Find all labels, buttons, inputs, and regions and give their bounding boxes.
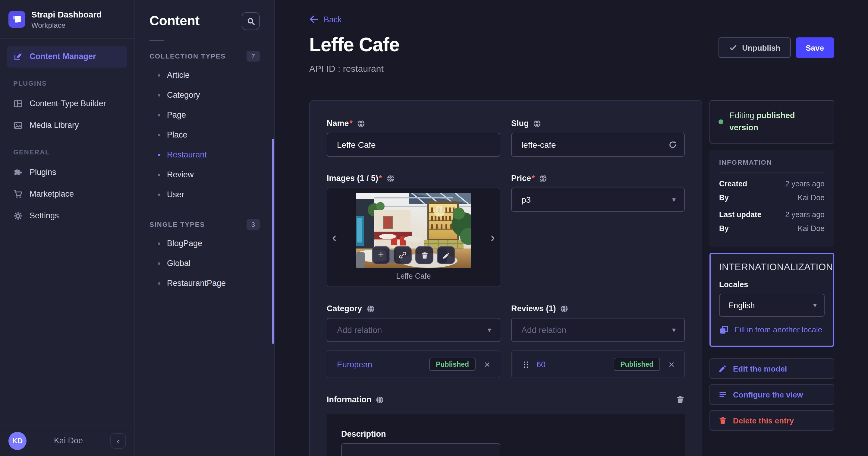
save-button[interactable]: Save xyxy=(795,37,834,58)
delete-entry-button[interactable]: Delete this entry xyxy=(710,410,834,431)
search-button[interactable] xyxy=(242,12,260,30)
locale-select[interactable]: English ▾ xyxy=(719,294,825,317)
main-content: Back Leffe Cafe Unpublish Save API ID : … xyxy=(275,0,868,456)
relation-link[interactable]: European xyxy=(337,360,423,369)
configure-view-button[interactable]: Configure the view xyxy=(710,384,834,405)
edit-model-label: Edit the model xyxy=(733,364,787,373)
regenerate-icon[interactable] xyxy=(668,140,678,150)
avatar[interactable]: KD xyxy=(8,432,27,450)
name-label: Name* xyxy=(327,119,500,128)
sidebar-item-label: RestaurantPage xyxy=(167,279,226,288)
workspace-subtitle: Workplace xyxy=(31,21,101,29)
bullet-icon xyxy=(158,173,160,176)
sidebar-item-restaurantpage[interactable]: RestaurantPage xyxy=(150,273,260,293)
collapse-nav-button[interactable]: ‹ xyxy=(110,433,126,449)
trash-icon xyxy=(421,251,428,259)
sub-nav-header: Content xyxy=(150,12,260,30)
delete-image-button[interactable] xyxy=(415,246,433,264)
sidebar-item-category[interactable]: Category xyxy=(150,85,260,105)
sidebar-item-review[interactable]: Review xyxy=(150,165,260,184)
images-carousel: ‹ › xyxy=(327,188,500,287)
globe-strikethrough-icon xyxy=(386,174,395,182)
main-nav: Strapi Dashboard Workplace Content Manag… xyxy=(0,0,135,456)
sub-nav-title: Content xyxy=(150,13,199,29)
drag-handle-icon[interactable] xyxy=(521,360,530,369)
images-field: Images (1 / 5)* ‹ › xyxy=(327,174,500,287)
sidebar-item-global[interactable]: Global xyxy=(150,253,260,273)
strapi-app: Strapi Dashboard Workplace Content Manag… xyxy=(0,0,868,456)
reviews-relation-item: 60 Published × xyxy=(511,350,685,378)
sidebar-item-place[interactable]: Place xyxy=(150,125,260,145)
information-component-body: Description xyxy=(327,414,685,456)
nav-item-media-library[interactable]: Media Library xyxy=(7,114,127,136)
sidebar-item-label: Restaurant xyxy=(167,150,207,159)
remove-relation-button[interactable]: × xyxy=(482,358,493,371)
price-select[interactable]: p3 ▾ xyxy=(511,188,685,212)
search-icon xyxy=(246,17,255,26)
sidebar-item-label: Review xyxy=(167,170,194,179)
strapi-logo-icon xyxy=(8,11,25,28)
fill-from-locale-row[interactable]: Fill in from another locale xyxy=(719,324,825,336)
sidebar-item-label: Place xyxy=(167,130,187,139)
cart-icon xyxy=(13,189,23,199)
carousel-next-icon[interactable]: › xyxy=(490,231,495,244)
globe-icon xyxy=(366,304,375,313)
nav-item-marketplace[interactable]: Marketplace xyxy=(7,183,127,205)
bullet-icon xyxy=(158,94,160,96)
category-relation-combobox[interactable]: Add relation ▾ xyxy=(327,318,500,342)
page-title: Leffe Cafe xyxy=(309,34,399,56)
delete-component-icon[interactable] xyxy=(676,395,685,404)
globe-icon xyxy=(560,304,569,313)
edit-status-text: Editing published version xyxy=(730,110,825,134)
back-label: Back xyxy=(324,15,342,24)
required-mark: * xyxy=(532,174,535,183)
reviews-relation-combobox[interactable]: Add relation ▾ xyxy=(511,318,685,342)
published-dot-icon xyxy=(718,119,723,124)
collection-types-header: COLLECTION TYPES 7 xyxy=(150,51,260,61)
list-icon xyxy=(718,390,727,399)
description-textarea[interactable] xyxy=(341,443,500,456)
content-sub-nav: Content COLLECTION TYPES 7 Article Categ… xyxy=(135,0,275,456)
collapse-chevron-icon: ‹ xyxy=(117,436,119,446)
category-label: Category xyxy=(327,304,500,313)
name-input[interactable] xyxy=(327,133,500,157)
nav-item-content-manager[interactable]: Content Manager xyxy=(7,46,127,67)
reviews-label: Reviews (1) xyxy=(511,304,685,313)
sidebar-item-page[interactable]: Page xyxy=(150,105,260,125)
workspace-brand[interactable]: Strapi Dashboard Workplace xyxy=(0,0,134,38)
sidebar-item-user[interactable]: User xyxy=(150,184,260,204)
unpublish-button[interactable]: Unpublish xyxy=(718,37,790,58)
nav-item-content-type-builder[interactable]: Content-Type Builder xyxy=(7,93,127,114)
information-panel: INFORMATION Created 2 years ago By Kai D… xyxy=(710,150,834,247)
back-link[interactable]: Back xyxy=(309,15,834,24)
sidebar-item-blogpage[interactable]: BlogPage xyxy=(150,233,260,253)
scrollbar-thumb[interactable] xyxy=(272,139,274,344)
caret-down-icon: ▾ xyxy=(672,195,676,204)
pencil-icon xyxy=(718,364,727,373)
nav-item-label: Content Manager xyxy=(30,52,96,61)
edit-image-button[interactable] xyxy=(437,246,455,264)
info-row-updated-by: By Kai Doe xyxy=(719,224,825,233)
sidebar-item-restaurant[interactable]: Restaurant xyxy=(150,145,260,165)
remove-relation-button[interactable]: × xyxy=(666,358,677,371)
edit-model-button[interactable]: Edit the model xyxy=(710,358,834,379)
header-actions: Unpublish Save xyxy=(718,37,834,58)
bullet-icon xyxy=(158,242,160,245)
carousel-prev-icon[interactable]: ‹ xyxy=(332,231,337,244)
carousel-actions: + xyxy=(372,246,455,264)
nav-item-settings[interactable]: Settings xyxy=(7,205,127,227)
information-component-header: Information xyxy=(327,395,685,404)
name-field: Name* xyxy=(327,119,500,157)
copy-link-button[interactable] xyxy=(394,246,412,264)
add-image-button[interactable]: + xyxy=(372,246,390,264)
relation-link[interactable]: 60 xyxy=(536,360,608,369)
main-nav-list: Content Manager PLUGINS Content-Type Bui… xyxy=(0,38,134,227)
nav-item-label: Media Library xyxy=(30,121,79,130)
nav-item-plugins[interactable]: Plugins xyxy=(7,161,127,183)
sidebar-item-article[interactable]: Article xyxy=(150,65,260,85)
slug-input[interactable] xyxy=(511,133,685,157)
category-relation-item: European Published × xyxy=(327,350,500,378)
divider xyxy=(719,172,825,172)
bullet-icon xyxy=(158,134,160,136)
single-types-label: SINGLE TYPES xyxy=(150,221,205,228)
